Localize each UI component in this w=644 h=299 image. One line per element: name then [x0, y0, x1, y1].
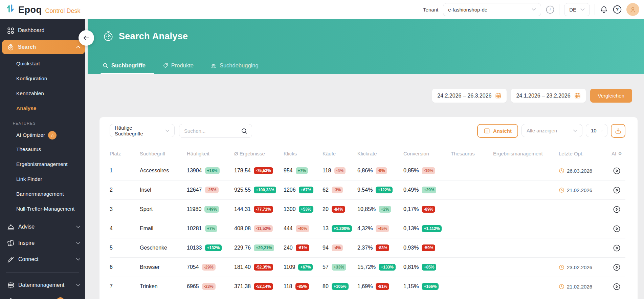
chevron-down-icon [532, 8, 536, 11]
play-details-button[interactable] [613, 263, 621, 271]
table-row[interactable]: 7 Trinken 6965-23% 371,38-52,14% 118-85%… [110, 277, 625, 296]
sidebar-item-bannermanagement[interactable]: Bannermanagement [0, 187, 85, 201]
delta-badge: -61% [296, 244, 309, 251]
avg-results-cell: 178,54-75,53% [234, 167, 284, 174]
date-range-picker-current[interactable]: 24.2.2026 – 26.3.2026 [432, 89, 507, 103]
column-header-ai[interactable]: AI ⚙ [608, 151, 625, 156]
sidebar-item-administration[interactable]: Administration ☆ [0, 293, 85, 299]
table-row[interactable]: 1 Accessoires 13904+18% 178,54-75,53% 95… [110, 161, 625, 180]
tab-suchbegriffe[interactable]: Suchbegriffe [103, 62, 147, 74]
search-term-cell: Sport [140, 206, 187, 212]
download-button[interactable] [611, 124, 625, 138]
column-header[interactable]: Klickrate [357, 151, 403, 156]
play-details-button[interactable] [613, 225, 621, 233]
person-icon [629, 6, 637, 13]
sidebar-item-kennzahlen[interactable]: Kennzahlen [0, 86, 85, 101]
rank-cell: 1 [110, 168, 140, 174]
clicks-cell: 954+7% [284, 167, 323, 174]
play-details-button[interactable] [613, 167, 621, 175]
delta-badge: +7% [296, 167, 308, 174]
conversion-cell: 0,17%-89% [403, 206, 451, 213]
show-all-select[interactable]: Alle anzeigen [521, 124, 582, 137]
column-header[interactable]: Käufe [323, 151, 357, 156]
play-details-button[interactable] [613, 244, 621, 252]
tab-suchdebugging[interactable]: Suchdebugging [210, 62, 260, 74]
table-row[interactable]: 6 Browser 7054-29% 181,40-52,35% 1109+67… [110, 257, 625, 277]
stopwatch-icon [7, 44, 14, 51]
table-row[interactable]: 4 Email 10281+7% 408,08-11,52% 444-40% 1… [110, 219, 625, 238]
calendar-icon [495, 92, 502, 99]
sidebar-item-label: Ergebnismanagement [16, 161, 68, 167]
clickrate-cell: 4,32%-45% [357, 225, 403, 232]
sidebar-item-label: Search [18, 44, 36, 50]
rank-cell: 4 [110, 226, 140, 232]
language-select[interactable]: DE [564, 3, 590, 16]
play-details-button[interactable] [613, 206, 621, 213]
delta-badge: +18% [205, 167, 220, 174]
chevron-down-icon [580, 8, 585, 11]
delta-badge: +85% [422, 264, 436, 271]
sidebar-item-search[interactable]: Search [2, 40, 85, 54]
view-button[interactable]: Ansicht [477, 124, 518, 138]
sidebar-item-link-finder[interactable]: Link Finder [0, 172, 85, 187]
page-size-select[interactable]: 10 [586, 124, 607, 137]
table-row[interactable]: 2 Insel 12647-25% 925,55+100,33% 1206+67… [110, 180, 625, 199]
column-header[interactable]: Klicks [284, 151, 323, 156]
sidebar-item-connect[interactable]: Connect [0, 251, 85, 268]
tab-produkte[interactable]: Produkte [162, 62, 195, 74]
column-header[interactable]: Ergebnismanagement [493, 151, 559, 156]
column-header[interactable]: Ø Ergebnisse [234, 151, 284, 156]
sidebar-item-advise[interactable]: Advise [0, 219, 85, 235]
sidebar-item-konfiguration[interactable]: Konfiguration [0, 71, 85, 86]
user-avatar[interactable] [626, 3, 639, 16]
sidebar-item-ergebnismanagement[interactable]: Ergebnismanagement [0, 157, 85, 172]
delta-badge: -4% [332, 244, 343, 251]
column-header[interactable]: Suchbegriff [140, 151, 187, 156]
tenant-select[interactable]: e-fashionshop-de [443, 3, 541, 16]
delta-badge: -52,14% [254, 283, 273, 290]
delta-badge: -19% [422, 167, 435, 174]
sidebar-item-label: Thesaurus [16, 146, 41, 152]
dashboard-grid-icon [7, 27, 14, 34]
sidebar-item-label: Dashboard [18, 27, 44, 34]
column-header[interactable]: Thesaurus [451, 151, 493, 156]
sidebar-item-null-treffer-management[interactable]: Null-Treffer-Management [0, 201, 85, 216]
date-range-picker-compare[interactable]: 24.1.2026 – 23.2.2026 [511, 89, 585, 103]
search-input[interactable] [184, 128, 238, 134]
frequency-cell: 7054-29% [187, 264, 234, 271]
search-icon[interactable] [241, 128, 248, 134]
rank-cell: 7 [110, 283, 140, 290]
avg-results-cell: 408,08-11,52% [234, 225, 284, 232]
delta-badge: +49% [204, 206, 219, 213]
sidebar-item-analyse[interactable]: Analyse [0, 101, 85, 116]
sidebar-item-datenmanagement[interactable]: Datenmanagement [0, 277, 85, 293]
column-header[interactable]: Letzte Opt. [559, 151, 608, 156]
logo-suffix-text: Control Desk [45, 7, 81, 15]
collapse-sidebar-button[interactable] [79, 30, 94, 46]
sidebar-item-dashboard[interactable]: Dashboard [0, 23, 85, 38]
help-icon[interactable]: ? [613, 5, 622, 14]
search-term-cell: Browser [140, 264, 187, 270]
delta-badge: -59% [422, 244, 435, 251]
sidebar-item-thesaurus[interactable]: Thesaurus [0, 142, 85, 157]
table-row[interactable]: 3 Sport 11980+49% 144,31-77,71% 1300+53%… [110, 199, 625, 219]
sidebar-item-quickstart[interactable]: Quickstart [0, 56, 85, 71]
info-icon[interactable]: i [546, 5, 554, 14]
sidebar-item-inspire[interactable]: Inspire [0, 235, 85, 251]
notifications-bell-icon[interactable] [600, 5, 608, 14]
pen-icon [7, 256, 15, 263]
ai-cell [608, 263, 625, 271]
column-header[interactable]: Platz [110, 151, 140, 156]
sidebar-item-ai-optimizer[interactable]: AI Optimizer ☆ [0, 128, 85, 142]
column-header[interactable]: Häufigkeit [187, 151, 234, 156]
last-optimization-cell: 23.02.2026 [559, 264, 608, 270]
play-details-button[interactable] [613, 283, 621, 291]
clicks-cell: 1206+67% [284, 187, 323, 193]
topbar-divider [595, 4, 595, 15]
ai-cell [608, 283, 625, 291]
compare-button[interactable]: Vergleichen [590, 89, 632, 103]
column-header[interactable]: Conversion [403, 151, 451, 156]
term-type-select[interactable]: Häufige Suchbegriffe [110, 124, 175, 137]
table-row[interactable]: 5 Geschenke 10133+132% 229,76+29,21% 240… [110, 238, 625, 257]
play-details-button[interactable] [613, 186, 621, 194]
